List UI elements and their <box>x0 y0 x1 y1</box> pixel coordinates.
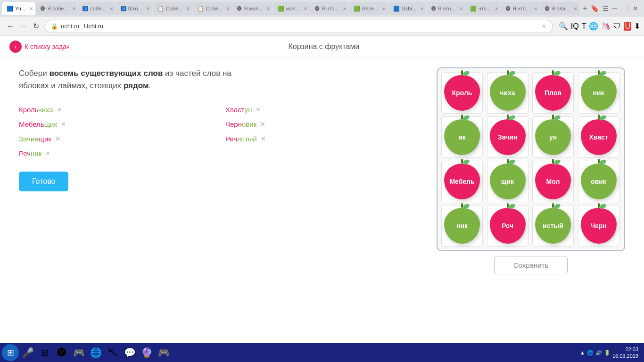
fruit-leaf-15 <box>599 203 606 209</box>
fruit-cell-13[interactable]: Реч <box>487 205 528 247</box>
fruit-item-2[interactable]: Плов <box>535 75 571 111</box>
tab-sobe-2[interactable]: 📋Собе...✕ <box>193 2 232 15</box>
answer-mebelshchik: Мебельщик ✕ <box>19 120 211 128</box>
fruit-item-15[interactable]: Черн <box>581 208 617 244</box>
fruit-cell-15[interactable]: Черн <box>578 205 619 247</box>
tab-yandex-1[interactable]: 🅨Я собе...✕ <box>36 2 77 15</box>
fruit-item-1[interactable]: чиха <box>490 75 526 111</box>
ready-button[interactable]: Готово <box>19 172 68 191</box>
taskbar-mic-icon[interactable]: 🎤 <box>20 345 36 361</box>
fruit-item-10[interactable]: Мол <box>535 164 571 199</box>
fruit-cell-12[interactable]: ник <box>441 205 483 247</box>
ext-icon-1[interactable]: 🔍 <box>559 22 568 31</box>
refresh-button[interactable]: ↻ <box>30 20 42 33</box>
answer-remove-chernovik[interactable]: ✕ <box>260 121 265 128</box>
menu-icon[interactable]: ☰ <box>603 5 609 12</box>
back-button[interactable]: ← <box>4 20 17 33</box>
tab-3-1[interactable]: 3собе...✕ <box>78 2 115 15</box>
tab-vese[interactable]: 🟩Весе...✕ <box>349 2 388 15</box>
tab-close-icon[interactable]: ✕ <box>29 6 33 11</box>
tab-ya-chto-1[interactable]: 🅨Я что...✕ <box>310 2 348 15</box>
tray-expand-icon[interactable]: ▲ <box>580 350 585 355</box>
fruit-item-9[interactable]: щик <box>490 164 526 199</box>
ext-icon-3[interactable]: T <box>582 22 586 31</box>
fruit-item-7[interactable]: Хваст <box>581 119 617 155</box>
taskbar-chrome-icon[interactable]: 🌐 <box>88 345 104 361</box>
active-tab[interactable]: 🟦 Уч... ✕ <box>2 2 35 15</box>
fruit-cell-9[interactable]: щик <box>487 161 528 202</box>
fruit-label-14: истый <box>543 222 563 230</box>
fruit-cell-3[interactable]: ник <box>578 72 619 114</box>
fruit-item-13[interactable]: Реч <box>490 208 526 244</box>
fruit-cell-7[interactable]: Хваст <box>578 116 619 158</box>
taskbar-purple-icon[interactable]: 🔮 <box>139 345 155 361</box>
fruit-label-0: Кроль <box>452 89 472 97</box>
fruit-cell-0[interactable]: Кроль <box>441 72 483 114</box>
answer-remove-hvastun[interactable]: ✕ <box>256 106 261 113</box>
star-icon[interactable]: ★ <box>541 23 547 30</box>
tray-battery-icon[interactable]: 🔋 <box>604 350 611 356</box>
answer-remove-rechnik[interactable]: ✕ <box>45 150 50 157</box>
fruit-cell-4[interactable]: ик <box>441 116 483 158</box>
tab-ya-chto-2[interactable]: 🅨Я что...✕ <box>427 2 465 15</box>
tray-net-icon[interactable]: 🌐 <box>587 350 594 356</box>
fruit-cell-11[interactable]: овик <box>578 161 619 202</box>
fruit-leaf-0 <box>462 70 470 76</box>
answer-remove-mebelshchik[interactable]: ✕ <box>61 121 66 128</box>
restore-icon[interactable]: ⬜ <box>621 5 629 12</box>
ext-icon-7[interactable]: U <box>624 22 631 31</box>
tray-sound-icon[interactable]: 🔊 <box>595 350 602 356</box>
fruit-cell-1[interactable]: чиха <box>487 72 528 114</box>
ext-icon-4[interactable]: 🌐 <box>589 22 598 31</box>
fruit-cell-8[interactable]: Мебель <box>441 161 483 202</box>
fruit-cell-5[interactable]: Зачин <box>487 116 528 158</box>
taskbar-grid-icon[interactable]: ⊞ <box>37 345 53 361</box>
taskbar-yandex-icon[interactable]: 🅨 <box>54 345 70 361</box>
tab-mol[interactable]: 🟩мол...✕ <box>273 2 310 15</box>
bookmark-icon[interactable]: 🔖 <box>591 5 599 12</box>
save-button[interactable]: Сохранить <box>494 256 568 274</box>
fruit-leaf-9 <box>508 159 515 165</box>
minimize-icon[interactable]: ─ <box>612 5 617 12</box>
fruit-item-8[interactable]: Мебель <box>444 164 480 199</box>
fruit-item-5[interactable]: Зачин <box>490 119 526 155</box>
tab-3-2[interactable]: 3Шко...✕ <box>116 2 152 15</box>
taskbar-steam-icon[interactable]: 🎮 <box>71 345 87 361</box>
fruit-label-2: Плов <box>545 89 561 97</box>
ext-icon-8[interactable]: ⬇ <box>634 22 640 31</box>
tab-ya-pla[interactable]: 🅨Я пла...✕ <box>540 2 579 15</box>
taskbar-minecraft-icon[interactable]: ⛏ <box>105 345 121 361</box>
fruit-item-0[interactable]: Кроль <box>444 75 480 111</box>
fruit-cell-2[interactable]: Плов <box>532 72 574 114</box>
start-button[interactable]: ⊞ <box>2 344 19 361</box>
fruit-item-11[interactable]: овик <box>581 164 617 199</box>
close-window-icon[interactable]: ✕ <box>633 5 638 12</box>
answer-remove-krolchiha[interactable]: ✕ <box>57 106 62 113</box>
fruit-leaf-11 <box>599 159 606 165</box>
tab-ya-mol[interactable]: 🅨Я мол...✕ <box>232 2 272 15</box>
back-to-list-button[interactable]: ‹ К списку задач <box>9 41 70 53</box>
fruit-item-6[interactable]: ун <box>535 119 571 155</box>
tab-uchi[interactable]: 🟦Uchi...✕ <box>388 2 426 15</box>
fruit-cell-14[interactable]: истый <box>532 205 574 247</box>
answer-zachinshchik: Зачинщик ✕ <box>19 135 211 143</box>
tab-sobe-1[interactable]: 📋Собе...✕ <box>153 2 192 15</box>
tab-chto[interactable]: 🟩что...✕ <box>465 2 501 15</box>
taskbar-steam2-icon[interactable]: 🎮 <box>156 345 172 361</box>
taskbar-skype-icon[interactable]: 💬 <box>122 345 138 361</box>
fruit-item-4[interactable]: ик <box>444 119 480 155</box>
ext-icon-2[interactable]: IQ <box>571 22 579 31</box>
fruit-item-3[interactable]: ник <box>581 75 617 111</box>
fruit-cell-10[interactable]: Мол <box>532 161 574 202</box>
fruit-cell-6[interactable]: ун <box>532 116 574 158</box>
answer-remove-rechisty[interactable]: ✕ <box>261 135 266 142</box>
new-tab-button[interactable]: + <box>580 4 591 14</box>
fruit-leaf-2 <box>553 70 561 76</box>
address-bar[interactable]: 🔒 uchi.ru Uchi.ru ★ <box>45 20 553 33</box>
ext-icon-6[interactable]: 🛡 <box>613 22 621 31</box>
answer-remove-zachinshchik[interactable]: ✕ <box>55 135 60 142</box>
fruit-item-14[interactable]: истый <box>535 208 571 244</box>
ext-icon-5[interactable]: 🦄 <box>601 22 611 31</box>
fruit-item-12[interactable]: ник <box>444 208 480 244</box>
tab-ya-chto-3[interactable]: 🅨Я что...✕ <box>501 2 539 15</box>
